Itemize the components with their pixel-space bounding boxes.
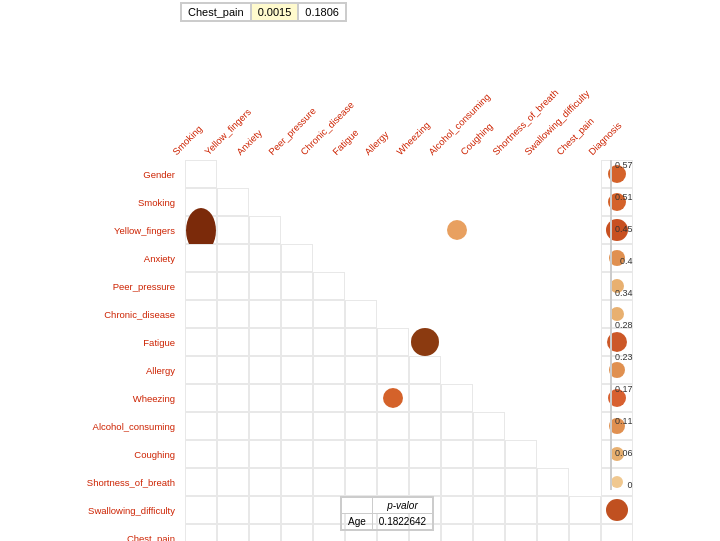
grid-cell [569, 272, 601, 300]
scale-label-max: 0.57 [615, 160, 635, 170]
grid-cell [441, 440, 473, 468]
grid-cell [505, 272, 537, 300]
matrix-area: SmokingYellow_fingersAnxietyPeer_pressur… [30, 30, 650, 460]
grid-cell [345, 188, 377, 216]
correlation-dot [411, 328, 439, 356]
grid-cell [409, 356, 441, 384]
row-label-coughing: Coughing [30, 440, 180, 468]
grid-cell [217, 300, 249, 328]
grid-cell [185, 384, 217, 412]
col-label-text: Smoking [170, 123, 204, 157]
grid-row [185, 468, 633, 496]
grid-cell [345, 328, 377, 356]
grid-cell [377, 244, 409, 272]
top-value1: 0.0015 [251, 3, 299, 21]
grid-cell [473, 524, 505, 541]
grid-cell [185, 244, 217, 272]
scale-label-4: 0.34 [615, 288, 635, 298]
grid-cell [313, 244, 345, 272]
grid-cell [377, 188, 409, 216]
grid-cell [313, 328, 345, 356]
row-label-wheezing: Wheezing [30, 384, 180, 412]
row-label-peer_pressure: Peer_pressure [30, 272, 180, 300]
grid-cell [217, 328, 249, 356]
grid-row [185, 328, 633, 356]
bottom-row-label: Age [342, 514, 373, 530]
grid-cell [537, 272, 569, 300]
grid-cell [377, 440, 409, 468]
grid-cell [185, 356, 217, 384]
grid-cell [441, 384, 473, 412]
grid-cell [409, 440, 441, 468]
grid-cell [409, 300, 441, 328]
grid-cell [377, 356, 409, 384]
grid-cell [441, 468, 473, 496]
grid-row [185, 216, 633, 244]
grid-cell [505, 440, 537, 468]
bottom-table-header: p-valor [372, 498, 432, 514]
grid-cell [281, 216, 313, 244]
grid-row [185, 356, 633, 384]
grid-cell [313, 440, 345, 468]
row-label-swallowing_difficulty: Swallowing_difficulty [30, 496, 180, 524]
scale-label-1: 0.51 [615, 192, 635, 202]
grid-cell [569, 468, 601, 496]
grid-cell [377, 412, 409, 440]
grid-cell [217, 412, 249, 440]
top-value2: 0.1806 [298, 3, 346, 21]
row-label-fatigue: Fatigue [30, 328, 180, 356]
grid-cell [409, 188, 441, 216]
grid-cell [313, 300, 345, 328]
grid-cell [281, 384, 313, 412]
grid-cell [537, 496, 569, 524]
grid-cell [569, 412, 601, 440]
grid-cell [505, 524, 537, 541]
grid-row [185, 440, 633, 468]
grid-cell [569, 440, 601, 468]
row-label-yellow_fingers: Yellow_fingers [30, 216, 180, 244]
grid-cell [537, 524, 569, 541]
grid-cell [281, 412, 313, 440]
grid-cell [409, 244, 441, 272]
correlation-dot [447, 220, 467, 240]
grid-cell [345, 468, 377, 496]
grid-cell [185, 468, 217, 496]
grid-cell [473, 160, 505, 188]
correlation-dot [383, 388, 403, 408]
grid-cell [185, 524, 217, 541]
grid-cell [409, 216, 441, 244]
grid-cell [345, 440, 377, 468]
grid-cell [441, 328, 473, 356]
grid-cell [345, 356, 377, 384]
grid-cell [569, 384, 601, 412]
grid-cell [569, 216, 601, 244]
col-labels: SmokingYellow_fingersAnxietyPeer_pressur… [185, 30, 633, 160]
grid-cell [281, 160, 313, 188]
scale-label-8: 0.11 [615, 416, 635, 426]
grid-cell [249, 356, 281, 384]
grid-cell [441, 412, 473, 440]
grid-cell [345, 272, 377, 300]
grid-cell [345, 244, 377, 272]
main-container: Chest_pain 0.0015 0.1806 SmokingYellow_f… [0, 0, 720, 541]
top-table: Chest_pain 0.0015 0.1806 [180, 2, 347, 22]
grid-cell [473, 244, 505, 272]
grid-row [185, 272, 633, 300]
correlation-grid [185, 160, 633, 541]
grid-cell [217, 160, 249, 188]
grid-cell [409, 328, 441, 356]
grid-cell [313, 384, 345, 412]
scale-label-9: 0.06 [615, 448, 635, 458]
grid-cell [249, 496, 281, 524]
grid-cell [185, 160, 217, 188]
row-label-gender: Gender [30, 160, 180, 188]
grid-cell [377, 216, 409, 244]
grid-cell [345, 300, 377, 328]
grid-cell [345, 160, 377, 188]
grid-cell [281, 496, 313, 524]
grid-cell [313, 188, 345, 216]
grid-cell [281, 440, 313, 468]
grid-cell [409, 412, 441, 440]
grid-cell [537, 328, 569, 356]
grid-cell [441, 244, 473, 272]
